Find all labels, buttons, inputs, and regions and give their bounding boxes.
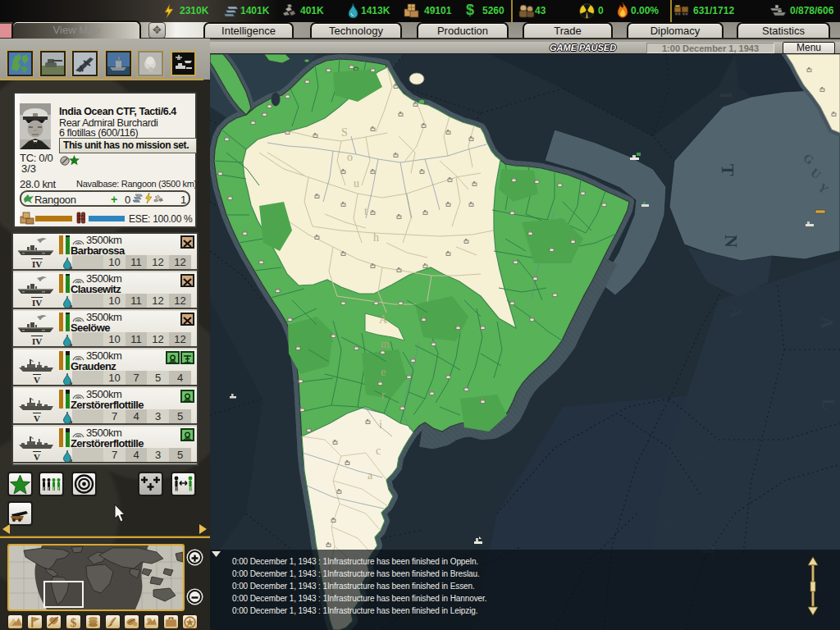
svg-text:r: r: [381, 389, 386, 401]
svg-text:N: N: [721, 235, 742, 248]
svg-text:A: A: [726, 305, 746, 318]
svg-text:$: $: [71, 616, 77, 628]
svg-text:A: A: [661, 514, 679, 526]
svg-text:A: A: [818, 317, 836, 329]
svg-text:A: A: [379, 313, 388, 326]
svg-text:m: m: [381, 338, 390, 350]
svg-text:i: i: [379, 418, 382, 431]
svg-text:T: T: [718, 164, 738, 176]
svg-text:L: L: [819, 399, 838, 409]
svg-text:I: I: [716, 92, 737, 99]
svg-text:t: t: [364, 205, 368, 217]
svg-text:a: a: [368, 469, 373, 482]
svg-text:e: e: [381, 366, 386, 378]
svg-text:h: h: [373, 231, 379, 244]
svg-text:S: S: [341, 126, 348, 139]
svg-text:L: L: [691, 454, 709, 465]
svg-text:u: u: [354, 177, 359, 189]
svg-text:c: c: [376, 445, 381, 457]
svg-text:o: o: [347, 151, 353, 163]
